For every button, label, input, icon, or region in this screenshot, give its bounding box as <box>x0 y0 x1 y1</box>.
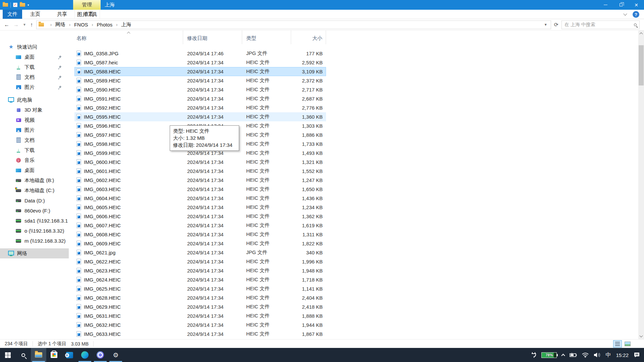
column-header-date[interactable]: 修改日期 <box>183 31 242 44</box>
file-row[interactable]: IMG_0600.HEIC 2024/9/14 17:34 HEIC 文件 1,… <box>74 158 326 167</box>
address-bar[interactable]: › 网络 › FNOS › Photos › 上海 ▼ <box>36 20 551 29</box>
back-button[interactable]: ← <box>4 22 9 28</box>
file-row[interactable]: IMG_0604.HEIC 2024/9/14 17:34 HEIC 文件 1,… <box>74 194 326 203</box>
search-box[interactable]: 在 上海 中搜索 <box>561 20 640 29</box>
file-row[interactable]: IMG_0608.HEIC 2024/9/14 17:34 HEIC 文件 1,… <box>74 230 326 239</box>
column-header-type[interactable]: 类型 <box>242 31 291 44</box>
file-row[interactable]: IMG_0629.HEIC 2024/9/14 17:34 HEIC 文件 2,… <box>74 302 326 311</box>
properties-qat-icon[interactable]: ✓ <box>13 3 17 7</box>
breadcrumb-network[interactable]: 网络 <box>55 21 66 28</box>
battery-status-icon[interactable] <box>570 353 577 357</box>
qat-customize-chevron-icon[interactable]: ▾ <box>28 3 29 7</box>
sidebar-item[interactable]: 音乐 <box>0 155 69 165</box>
close-button[interactable]: ✕ <box>629 0 644 10</box>
file-row[interactable]: IMG_0602.HEIC 2024/9/14 17:34 HEIC 文件 1,… <box>74 176 326 185</box>
file-row[interactable]: IMG_0628.HEIC 2024/9/14 17:34 HEIC 文件 2,… <box>74 293 326 302</box>
file-row[interactable]: IMG_0587.heic 2024/9/14 17:34 HEIC 文件 2,… <box>74 58 326 67</box>
sidebar-item[interactable]: 文档 <box>0 135 69 145</box>
battery-percent-widget[interactable]: 78% <box>541 352 557 358</box>
file-row[interactable]: IMG_0624.HEIC 2024/9/14 17:34 HEIC 文件 1,… <box>74 275 326 284</box>
vertical-scrollbar[interactable] <box>638 31 644 339</box>
sidebar-item[interactable]: 桌面 <box>0 165 69 175</box>
taskbar-edge-button[interactable] <box>77 348 93 362</box>
clock[interactable]: 15:22 <box>616 352 629 358</box>
breadcrumb-shanghai[interactable]: 上海 <box>120 21 132 28</box>
file-row[interactable]: IMG_0606.HEIC 2024/9/14 17:34 HEIC 文件 1,… <box>74 212 326 221</box>
tab-file[interactable]: 文件 <box>3 10 22 19</box>
wifi-icon[interactable] <box>582 353 589 358</box>
ribbon-collapse-chevron-icon[interactable] <box>623 12 627 15</box>
minimize-button[interactable] <box>598 0 613 10</box>
scrollbar-thumb[interactable] <box>639 45 644 85</box>
sidebar-item[interactable]: 桌面 <box>0 52 69 62</box>
file-row[interactable]: IMG_0595.HEIC 2024/9/14 17:34 HEIC 文件 1,… <box>74 112 326 121</box>
file-row[interactable]: IMG_0592.HEIC 2024/9/14 17:34 HEIC 文件 2,… <box>74 103 326 112</box>
file-row[interactable]: IMG_0623.HEIC 2024/9/14 17:34 HEIC 文件 1,… <box>74 266 326 275</box>
sidebar-item[interactable]: sda1 (\\192.168.3.1 <box>0 216 69 226</box>
file-row[interactable]: IMG_0601.HEIC 2024/9/14 17:34 HEIC 文件 1,… <box>74 167 326 176</box>
start-button[interactable] <box>0 348 15 362</box>
tab-home[interactable]: 主页 <box>24 10 46 19</box>
file-row[interactable]: IMG_0633.HEIC 2024/9/14 17:34 HEIC 文件 1,… <box>74 329 326 339</box>
taskbar-file-explorer-button[interactable] <box>31 348 46 362</box>
file-row[interactable]: IMG_0591.HEIC 2024/9/14 17:34 HEIC 文件 2,… <box>74 94 326 103</box>
sidebar-item[interactable]: 下载 <box>0 62 69 72</box>
taskbar-browser-button[interactable] <box>93 348 108 362</box>
column-header-name[interactable]: 名称 <box>74 31 183 44</box>
contextual-tab-manage[interactable]: 管理 <box>73 0 101 10</box>
sidebar-item[interactable]: 本地磁盘 (C:) <box>0 185 69 195</box>
sidebar-section-network[interactable]: 网络 <box>0 248 69 258</box>
file-row[interactable]: IMG_0609.HEIC 2024/9/14 17:34 HEIC 文件 1,… <box>74 239 326 248</box>
address-dropdown-chevron-icon[interactable]: ▼ <box>543 23 549 26</box>
sidebar-item[interactable]: 本地磁盘 (B:) <box>0 175 69 185</box>
taskbar-search-button[interactable] <box>15 348 31 362</box>
file-row[interactable]: IMG_0358.JPG 2024/9/14 17:46 JPG 文件 177 … <box>74 49 326 58</box>
sidebar-item[interactable]: 文档 <box>0 72 69 82</box>
scroll-up-icon[interactable] <box>638 31 644 36</box>
taskbar-outlook-button[interactable] <box>62 348 77 362</box>
hidden-icons-chevron-icon[interactable] <box>561 354 565 357</box>
sidebar-item[interactable]: 下载 <box>0 145 69 155</box>
tab-share[interactable]: 共享 <box>51 10 73 19</box>
help-button[interactable]: ? <box>633 11 639 18</box>
file-row[interactable]: IMG_0590.HEIC 2024/9/14 17:34 HEIC 文件 2,… <box>74 85 326 94</box>
forward-button[interactable]: → <box>13 22 19 28</box>
file-row[interactable]: IMG_0631.HEIC 2024/9/14 17:34 HEIC 文件 1,… <box>74 311 326 320</box>
taskbar-settings-button[interactable]: ⚙ <box>108 348 123 362</box>
sidebar-section-quick-access[interactable]: 快速访问 <box>0 42 69 52</box>
refresh-icon[interactable]: ⟳ <box>551 21 561 28</box>
sidebar-item[interactable]: Data (D:) <box>0 195 69 205</box>
sidebar-item[interactable]: m (\\192.168.3.32) <box>0 236 69 246</box>
file-row[interactable]: IMG_0605.HEIC 2024/9/14 17:34 HEIC 文件 1,… <box>74 203 326 212</box>
tab-picture-tools[interactable]: 图片工具 <box>74 10 100 19</box>
sidebar-item[interactable]: 3D 对象 <box>0 105 69 115</box>
sidebar-item[interactable]: 图片 <box>0 82 69 92</box>
column-header-size[interactable]: 大小 <box>291 31 326 44</box>
file-row[interactable]: IMG_0607.HEIC 2024/9/14 17:34 HEIC 文件 1,… <box>74 221 326 230</box>
file-row[interactable]: IMG_0621.jpg 2024/9/14 17:34 JPG 文件 340 … <box>74 248 326 257</box>
details-view-button[interactable] <box>613 340 622 348</box>
file-row[interactable]: IMG_0588.HEIC 2024/9/14 17:34 HEIC 文件 3,… <box>74 67 326 76</box>
file-row[interactable]: IMG_0632.HEIC 2024/9/14 17:34 HEIC 文件 1,… <box>74 320 326 329</box>
file-row[interactable]: IMG_0589.HEIC 2024/9/14 17:34 HEIC 文件 2,… <box>74 76 326 85</box>
file-row[interactable]: IMG_0603.HEIC 2024/9/14 17:34 HEIC 文件 1,… <box>74 185 326 194</box>
sidebar-item[interactable]: 视频 <box>0 115 69 125</box>
scroll-down-icon[interactable] <box>638 334 644 339</box>
file-row[interactable]: IMG_0625.HEIC 2024/9/14 17:34 HEIC 文件 1,… <box>74 284 326 293</box>
breadcrumb-photos[interactable]: Photos <box>96 21 113 28</box>
action-center-icon[interactable] <box>634 352 640 358</box>
sidebar-item[interactable]: o (\\192.168.3.32) <box>0 226 69 236</box>
up-button[interactable]: ↑ <box>30 22 33 28</box>
restore-button[interactable] <box>613 0 629 10</box>
volume-icon[interactable] <box>594 352 600 358</box>
breadcrumb-fnos[interactable]: FNOS <box>73 21 89 28</box>
sidebar-item[interactable]: 图片 <box>0 125 69 135</box>
taskbar-store-button[interactable] <box>46 348 62 362</box>
thumbnail-view-button[interactable] <box>623 340 632 348</box>
file-row[interactable]: IMG_0622.HEIC 2024/9/14 17:34 HEIC 文件 1,… <box>74 257 326 266</box>
sidebar-section-this-pc[interactable]: 此电脑 <box>0 95 69 105</box>
sidebar-item[interactable]: 860evo (F:) <box>0 205 69 216</box>
ime-indicator[interactable]: 中 <box>605 352 611 359</box>
recent-locations-chevron-icon[interactable]: ▼ <box>23 23 26 26</box>
new-folder-qat-icon[interactable] <box>20 3 25 7</box>
